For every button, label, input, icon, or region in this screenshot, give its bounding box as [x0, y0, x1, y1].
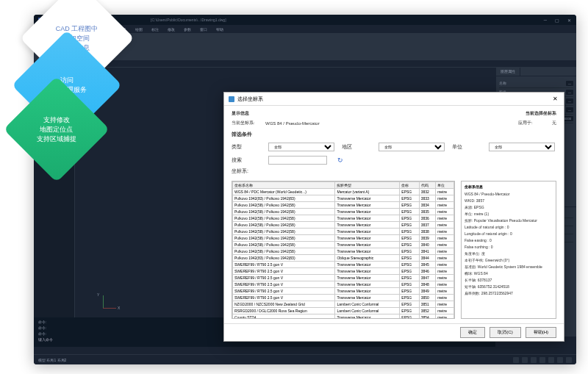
cancel-button[interactable]: 取消(C): [490, 327, 520, 338]
table-row[interactable]: SWEREF99 / RT90 2.5 gon VTransverse Merc…: [233, 288, 454, 295]
apply-to-value: 无: [552, 120, 556, 126]
column-header[interactable]: 单位: [436, 182, 454, 189]
table-row[interactable]: Pulkovo 1942(58) / Pulkovo 1942(58)Trans…: [233, 242, 454, 248]
ok-button[interactable]: 确定: [460, 327, 485, 338]
menu-item[interactable]: 修改: [168, 27, 175, 32]
statusbar: 模型 布局1 布局2: [34, 354, 576, 364]
search-input[interactable]: [268, 156, 327, 165]
dialog-title: 选择坐标系: [237, 96, 263, 103]
table-row[interactable]: RSRGD2000 / DGLC2000 Ross Sea RegionLamb…: [233, 308, 454, 314]
info-title: 坐标系信息: [465, 184, 553, 189]
info-line: False northing : 0: [465, 244, 553, 251]
close-button[interactable]: ✕: [566, 17, 572, 23]
menu-item[interactable]: 帮助: [216, 27, 223, 32]
section-header: 显示信息: [232, 110, 261, 117]
table-row[interactable]: Pulkovo 1942(83) / Pulkovo 1942(83)Obliq…: [233, 255, 454, 262]
column-header[interactable]: 坐标: [400, 182, 419, 189]
table-row[interactable]: Pulkovo 1942(58) / Pulkovo 1942(58)Trans…: [233, 229, 454, 235]
crs-table-container[interactable]: 坐标系名称投影类型坐标代码单位 WGS 84 / PDC Mercator (W…: [232, 181, 455, 319]
info-line: Latitude of natural origin : 0: [465, 224, 553, 231]
crs-info-panel: 坐标系信息 WGS 84 / Pseudo-MercatorWKID: 3857…: [461, 181, 556, 319]
table-row[interactable]: Pulkovo 1942(58) / Pulkovo 1942(58)Trans…: [233, 248, 454, 255]
info-line: 长半轴: 6378137: [465, 277, 553, 284]
info-line: Longitude of natural origin : 0: [465, 231, 553, 237]
dialog-titlebar: 选择坐标系 ✕: [224, 93, 564, 106]
info-line: 单位: metre (1): [465, 211, 553, 217]
info-line: 角度单位: 度: [465, 251, 553, 257]
status-icon[interactable]: [566, 357, 572, 363]
menu-item[interactable]: 标注: [151, 27, 159, 32]
status-icon[interactable]: [548, 357, 554, 363]
column-header[interactable]: 投影类型: [335, 182, 400, 189]
info-line: 基准面: World Geodetic System 1984 ensemble: [465, 264, 553, 270]
status-icon[interactable]: [539, 357, 545, 363]
table-row[interactable]: SWEREF99 / RT90 2.5 gon VTransverse Merc…: [233, 268, 454, 275]
status-icon[interactable]: [513, 357, 519, 363]
info-line: 来源: EPSG: [465, 204, 553, 211]
section-header: 当前选择坐标系: [526, 110, 556, 117]
feature-callouts: CAD 工程图中 添加空间 参考信息 访问 多源地理服务 支持修改 地图定位点 …: [1, 4, 134, 165]
current-crs-value: WGS 84 / Pseudo-Mercator: [265, 121, 320, 126]
filter-unit-label: 单位: [452, 143, 481, 151]
close-icon[interactable]: ✕: [551, 96, 559, 102]
filter-type-label: 类型: [232, 143, 261, 151]
table-row[interactable]: Pulkovo 1942(58) / Pulkovo 1942(58)Trans…: [233, 222, 454, 229]
info-line: 短半轴: 6356752.31424518: [465, 284, 553, 290]
info-line: 本初子午线: Greenwich (0°): [465, 257, 553, 264]
filter-region-label: 地区: [342, 143, 371, 151]
crs-table: 坐标系名称投影类型坐标代码单位 WGS 84 / PDC Mercator (W…: [232, 181, 454, 319]
table-row[interactable]: Pulkovo 1942(58) / Pulkovo 1942(58)Trans…: [233, 209, 454, 215]
statusbar-tabs[interactable]: 模型 布局1 布局2: [38, 358, 66, 362]
column-header[interactable]: 代码: [419, 182, 435, 189]
filter-unit-select[interactable]: 全部: [489, 143, 555, 151]
menu-item[interactable]: 参数: [184, 27, 191, 32]
info-line: 投影: Popular Visualisation Pseudo Mercato…: [465, 217, 553, 224]
filter-region-select[interactable]: 全部: [379, 143, 445, 151]
property-row: 名称—: [499, 79, 573, 88]
table-row[interactable]: Pulkovo 1942(58) / Pulkovo 1942(58)Trans…: [233, 215, 454, 222]
dialog-icon: [229, 96, 234, 102]
table-row[interactable]: NZGD2000 / NZCS2000 New Zealand GridLamb…: [233, 301, 454, 308]
help-button[interactable]: 帮助(H): [526, 327, 556, 338]
table-row[interactable]: WGS 84 / PDC Mercator (World Geodetic...…: [233, 189, 454, 195]
apply-to-label: 应用于:: [518, 120, 548, 126]
info-line: WGS 84 / Pseudo-Mercator: [465, 191, 553, 198]
status-icon[interactable]: [531, 357, 537, 363]
status-icon[interactable]: [522, 357, 528, 363]
filter-section-label: 筛选条件: [232, 131, 556, 138]
table-row[interactable]: SWEREF99 / RT90 2.5 gon VTransverse Merc…: [233, 295, 454, 301]
column-header[interactable]: 坐标系名称: [233, 182, 335, 189]
info-line: False easting : 0: [465, 237, 553, 244]
minimize-button[interactable]: ─: [542, 17, 548, 23]
search-label: 搜索: [232, 157, 261, 164]
info-line: 椭球: WGS 84: [465, 270, 553, 277]
table-row[interactable]: County ST74Transverse MercatorEPSG3854me…: [233, 314, 454, 320]
properties-tab[interactable]: 图层属性: [496, 68, 520, 76]
status-icon[interactable]: [557, 357, 563, 363]
table-row[interactable]: SWEREF99 / RT90 2.5 gon VTransverse Merc…: [233, 275, 454, 281]
table-row[interactable]: Pulkovo 1942(83) / Pulkovo 1942(83)Trans…: [233, 195, 454, 202]
reset-icon[interactable]: ↻: [337, 157, 343, 164]
info-line: 扁率倒数: 298.257223562947: [465, 290, 553, 297]
table-row[interactable]: SWEREF99 / RT90 2.5 gon VTransverse Merc…: [233, 262, 454, 268]
filter-type-select[interactable]: 全部: [268, 143, 334, 151]
info-line: WKID: 3857: [465, 198, 553, 204]
menu-item[interactable]: 绘图: [135, 27, 143, 32]
table-row[interactable]: SWEREF99 / RT90 2.5 gon VTransverse Merc…: [233, 281, 454, 288]
menu-item[interactable]: 窗口: [200, 27, 207, 32]
table-row[interactable]: Pulkovo 1942(58) / Pulkovo 1942(58)Trans…: [233, 235, 454, 242]
table-label: 坐标系:: [232, 168, 556, 175]
select-crs-dialog: 选择坐标系 ✕ 显示信息 当前选择坐标系 当前坐标系: WGS 84 / Pse…: [223, 92, 564, 342]
table-row[interactable]: Pulkovo 1942(58) / Pulkovo 1942(58)Trans…: [233, 202, 454, 209]
current-crs-label: 当前坐标系:: [232, 120, 261, 126]
maximize-button[interactable]: ▢: [554, 17, 560, 23]
document-path: [C:\Users\Public\Documents\...\Drawing1.…: [151, 18, 226, 22]
